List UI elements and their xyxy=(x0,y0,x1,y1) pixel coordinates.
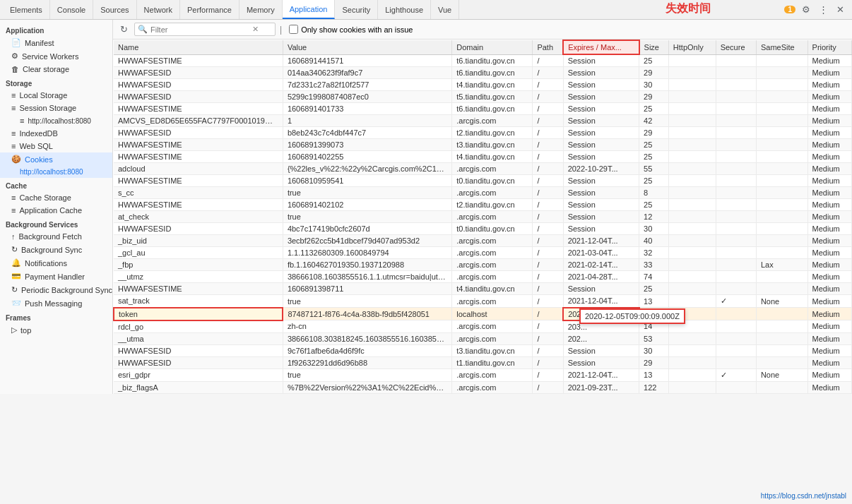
table-cell: 30 xyxy=(639,344,669,356)
sidebar-item-periodic-sync[interactable]: ↻ Periodic Background Sync xyxy=(0,283,112,296)
tab-vue[interactable]: Vue xyxy=(431,0,459,19)
table-row[interactable]: _biz_flagsA%7B%22Version%22%3A1%2C%22Eci… xyxy=(114,381,852,393)
table-row[interactable]: HWWAFSESID7d2331c27a82f10f2577t4.tiandit… xyxy=(114,79,852,91)
table-cell xyxy=(716,381,756,393)
tab-security[interactable]: Security xyxy=(335,0,378,19)
table-row[interactable]: adcloud{%22les_v%22:%22y%2Carcgis.com%2C… xyxy=(114,163,852,175)
sidebar-item-indexeddb[interactable]: ≡ IndexedDB xyxy=(0,127,112,140)
table-row[interactable]: HWWAFSESTIME1606891398711t4.tianditu.gov… xyxy=(114,283,852,295)
col-value[interactable]: Value xyxy=(283,40,451,54)
table-row[interactable]: HWWAFSESID1f92632291dd6d96b88t1.tianditu… xyxy=(114,356,852,368)
col-domain[interactable]: Domain xyxy=(452,40,533,54)
table-cell: %7B%22Version%22%3A1%2C%22Ecid%22%3A%22-… xyxy=(283,381,451,393)
table-cell: 13 xyxy=(639,368,669,381)
clear-filter-icon[interactable]: ✕ xyxy=(252,25,259,34)
table-cell: _biz_uid xyxy=(114,235,283,247)
tab-network[interactable]: Network xyxy=(137,0,180,19)
col-name[interactable]: Name xyxy=(114,40,283,54)
table-row[interactable]: _gcl_au1.1.1132680309.1600849794.arcgis.… xyxy=(114,247,852,259)
table-row[interactable]: at_checktrue.arcgis.com/Session12Medium xyxy=(114,211,852,223)
table-row[interactable]: HWWAFSESID5299c19980874087ec0t5.tianditu… xyxy=(114,91,852,103)
table-cell: 9c76f1afbe6da4d6f9fc xyxy=(283,344,451,356)
filter-input[interactable] xyxy=(150,25,249,34)
tab-sources[interactable]: Sources xyxy=(93,0,136,19)
table-cell xyxy=(716,163,756,175)
table-row[interactable]: HWWAFSESID9c76f1afbe6da4d6f9fct3.tiandit… xyxy=(114,344,852,356)
table-row[interactable]: HWWAFSESTIME1606891402102t2.tianditu.gov… xyxy=(114,199,852,211)
close-icon[interactable]: ✕ xyxy=(834,4,846,16)
col-path[interactable]: Path xyxy=(533,40,563,54)
table-cell: sat_track xyxy=(114,295,283,308)
filter-checkbox-label: Only show cookies with an issue xyxy=(301,25,413,34)
tab-console[interactable]: Console xyxy=(50,0,93,19)
sidebar: Application 📄 Manifest ⚙ Service Workers… xyxy=(0,20,113,394)
col-httponly[interactable]: HttpOnly xyxy=(668,40,716,54)
table-row[interactable]: HWWAFSESID014aa340623f9faf9c7t6.tianditu… xyxy=(114,67,852,79)
table-cell: HWWAFSESID xyxy=(114,67,283,79)
table-row[interactable]: _biz_uid3ecbf262cc5b41dbcef79d407ad953d2… xyxy=(114,235,852,247)
sidebar-item-app-cache[interactable]: ≡ Application Cache xyxy=(0,204,112,217)
table-header: Name Value Domain Path Expires / Max... … xyxy=(114,40,852,54)
sidebar-item-label: Notifications xyxy=(25,259,67,268)
col-secure[interactable]: Secure xyxy=(716,40,756,54)
table-cell xyxy=(716,175,756,187)
sidebar-item-payment-handler[interactable]: 💳 Payment Handler xyxy=(0,270,112,283)
table-cell xyxy=(716,344,756,356)
sidebar-item-notifications[interactable]: 🔔 Notifications xyxy=(0,256,112,270)
table-row[interactable]: esri_gdprtrue.arcgis.com/2021-12-04T...1… xyxy=(114,368,852,381)
col-expires[interactable]: Expires / Max... xyxy=(563,40,639,54)
table-cell: 014aa340623f9faf9c7 xyxy=(283,67,451,79)
sidebar-item-session-localhost[interactable]: ≡ http://localhost:8080 xyxy=(0,114,112,127)
table-row[interactable]: HWWAFSESTIME1606891401733t6.tianditu.gov… xyxy=(114,103,852,115)
sidebar-item-push-messaging[interactable]: 📨 Push Messaging xyxy=(0,296,112,310)
refresh-icon[interactable]: ↻ xyxy=(117,23,130,36)
table-row[interactable]: HWWAFSESTIME1606891399073t3.tianditu.gov… xyxy=(114,139,852,151)
table-row[interactable]: __utma38666108.303818245.1603855516.1603… xyxy=(114,332,852,344)
table-row[interactable]: HWWAFSESTIME1606891402255t4.tianditu.gov… xyxy=(114,151,852,163)
sidebar-item-web-sql[interactable]: ≡ Web SQL xyxy=(0,140,112,152)
table-cell xyxy=(716,91,756,103)
table-cell xyxy=(756,247,807,259)
table-row[interactable]: __utmz38666108.1603855516.1.1.utmcsr=bai… xyxy=(114,271,852,283)
sidebar-item-clear-storage[interactable]: 🗑 Clear storage xyxy=(0,63,112,76)
table-row[interactable]: sat_tracktrue.arcgis.com/2021-12-04T...1… xyxy=(114,295,852,308)
sidebar-item-service-workers[interactable]: ⚙ Service Workers xyxy=(0,49,112,63)
sidebar-item-cookies-localhost[interactable]: http://localhost:8080 xyxy=(0,166,112,178)
sidebar-item-manifest[interactable]: 📄 Manifest xyxy=(0,36,112,49)
table-cell: Medium xyxy=(807,67,851,79)
table-row[interactable]: rdcl_gozh-cn.arcgis.com/203...14Medium xyxy=(114,320,852,333)
table-cell: 2022-10-29T... xyxy=(563,163,639,175)
table-row[interactable]: HWWAFSESID4bc7c17419b0cfc2607dt0.tiandit… xyxy=(114,223,852,235)
sidebar-item-session-storage[interactable]: ≡ Session Storage xyxy=(0,102,112,114)
sidebar-item-cache-storage[interactable]: ≡ Cache Storage xyxy=(0,191,112,204)
table-row[interactable]: token87487121-f876-4c4a-838b-f9db5f42805… xyxy=(114,308,852,320)
sidebar-item-bg-fetch[interactable]: ↑ Background Fetch xyxy=(0,230,112,243)
table-cell xyxy=(716,115,756,127)
tab-performance[interactable]: Performance xyxy=(180,0,239,19)
table-cell: 87487121-f876-4c4a-838b-f9db5f428051 xyxy=(283,308,451,320)
table-row[interactable]: AMCVS_ED8D65E655FAC7797F0001019%40Ad...1… xyxy=(114,115,852,127)
sidebar-item-cookies[interactable]: 🍪 Cookies xyxy=(0,152,112,166)
sidebar-item-frames-top[interactable]: ▷ top xyxy=(0,323,112,337)
table-row[interactable]: _fbpfb.1.1604627019350.1937120988.arcgis… xyxy=(114,259,852,271)
table-row[interactable]: HWWAFSESTIME1606891441571t6.tianditu.gov… xyxy=(114,54,852,67)
col-samesite[interactable]: SameSite xyxy=(756,40,807,54)
table-cell: Medium xyxy=(807,259,851,271)
table-row[interactable]: s_cctrue.arcgis.com/Session8Medium xyxy=(114,187,852,199)
tab-elements[interactable]: Elements xyxy=(3,0,50,19)
col-priority[interactable]: Priority xyxy=(807,40,851,54)
tab-application[interactable]: Application xyxy=(283,0,336,19)
table-cell: None xyxy=(756,368,807,381)
col-size[interactable]: Size xyxy=(639,40,669,54)
tab-lighthouse[interactable]: Lighthouse xyxy=(378,0,431,19)
table-row[interactable]: HWWAFSESTIME1606810959541t0.tianditu.gov… xyxy=(114,175,852,187)
sidebar-item-local-storage[interactable]: ≡ Local Storage xyxy=(0,89,112,102)
table-row[interactable]: HWWAFSESIDb8eb243c7c4dbf447c7t2.tianditu… xyxy=(114,127,852,139)
frame-top-icon: ▷ xyxy=(11,325,17,335)
table-cell xyxy=(716,211,756,223)
more-options-icon[interactable]: ⋮ xyxy=(817,4,829,16)
show-cookies-issue-checkbox[interactable] xyxy=(289,25,298,34)
tab-memory[interactable]: Memory xyxy=(239,0,283,19)
sidebar-item-bg-sync[interactable]: ↻ Background Sync xyxy=(0,243,112,256)
settings-icon[interactable]: ⚙ xyxy=(800,4,812,16)
